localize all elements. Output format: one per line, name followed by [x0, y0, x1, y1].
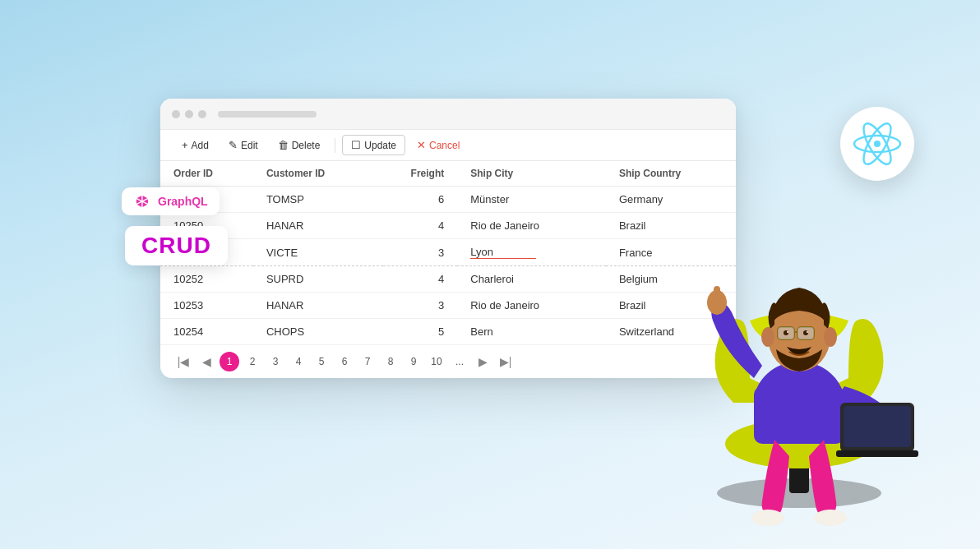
svg-point-35	[787, 331, 788, 333]
react-logo-circle	[840, 107, 914, 181]
page-last-button[interactable]: ▶|	[496, 352, 515, 371]
delete-icon: 🗑	[278, 139, 289, 151]
cell-order_id-4: 10253	[160, 293, 253, 319]
character-svg	[643, 148, 955, 542]
cell-ship_city-4: Rio de Janeiro	[457, 293, 606, 319]
graphql-logo-icon	[133, 192, 151, 210]
cell-order_id-5: 10254	[160, 319, 253, 345]
cell-customer_id-4: HANAR	[253, 293, 383, 319]
cell-freight-0: 6	[383, 187, 457, 213]
edit-label: Edit	[241, 140, 258, 151]
page-5-button[interactable]: 5	[312, 352, 331, 371]
svg-point-34	[803, 330, 808, 335]
svg-rect-19	[714, 286, 720, 304]
col-header-order-id: Order ID	[160, 161, 253, 187]
svg-point-36	[807, 331, 808, 333]
page-10-button[interactable]: 10	[427, 352, 446, 371]
page-1-button[interactable]: 1	[220, 352, 239, 371]
svg-point-33	[784, 330, 788, 335]
update-button[interactable]: ☐ Update	[342, 135, 405, 155]
page-9-button[interactable]: 9	[404, 352, 423, 371]
panel-topbar	[160, 99, 736, 130]
col-header-ship-city: Ship City	[457, 161, 606, 187]
cell-ship_city-0: Münster	[457, 187, 606, 213]
cell-ship_city-1: Rio de Janeiro	[457, 213, 606, 239]
cell-freight-3: 4	[383, 266, 457, 293]
cancel-button[interactable]: ✕ Cancel	[409, 136, 468, 155]
page-first-button[interactable]: |◀	[173, 352, 193, 371]
cell-freight-4: 3	[383, 293, 457, 319]
svg-rect-17	[754, 386, 844, 444]
page-prev-button[interactable]: ◀	[196, 352, 216, 371]
react-logo-icon	[853, 119, 902, 168]
topbar-dot-1	[172, 110, 180, 118]
cell-order_id-3: 10252	[160, 266, 253, 293]
page-4-button[interactable]: 4	[289, 352, 308, 371]
cell-customer_id-0: TOMSP	[253, 187, 383, 213]
cell-customer_id-5: CHOPS	[253, 319, 383, 345]
edit-input-ship_city-2[interactable]	[470, 246, 536, 259]
topbar-dot-2	[185, 110, 193, 118]
svg-point-12	[874, 141, 881, 147]
update-label: Update	[364, 140, 396, 151]
delete-label: Delete	[292, 140, 321, 151]
cell-ship_city-3: Charleroi	[457, 266, 606, 293]
url-bar	[218, 111, 317, 118]
topbar-dot-3	[198, 110, 206, 118]
cell-freight-5: 5	[383, 319, 457, 345]
svg-point-38	[824, 327, 837, 347]
svg-point-24	[751, 510, 784, 526]
cell-freight-2: 3	[383, 239, 457, 266]
toolbar-separator	[335, 138, 335, 153]
col-header-freight: Freight	[383, 161, 457, 187]
character-illustration	[643, 148, 955, 542]
svg-point-25	[814, 510, 847, 526]
add-button[interactable]: + Add	[173, 136, 217, 155]
update-icon: ☐	[351, 139, 361, 151]
page-3-button[interactable]: 3	[266, 352, 285, 371]
cancel-label: Cancel	[429, 140, 460, 151]
svg-rect-23	[836, 450, 918, 457]
page-next-button[interactable]: ▶	[473, 352, 492, 371]
crud-badge: CRUD	[125, 226, 228, 265]
page-6-button[interactable]: 6	[335, 352, 354, 371]
cell-customer_id-3: SUPRD	[253, 266, 383, 293]
cell-ship_city-2	[457, 239, 606, 266]
cell-ship_city-5: Bern	[457, 319, 606, 345]
edit-button[interactable]: ✎ Edit	[220, 136, 266, 155]
cell-freight-1: 4	[383, 213, 457, 239]
svg-rect-22	[844, 406, 911, 447]
page-8-button[interactable]: 8	[381, 352, 400, 371]
edit-icon: ✎	[229, 139, 238, 151]
page-2-button[interactable]: 2	[243, 352, 262, 371]
page-7-button[interactable]: 7	[358, 352, 377, 371]
add-icon: +	[182, 139, 188, 151]
graphql-badge-text: GraphQL	[158, 195, 208, 208]
col-header-customer-id: Customer ID	[253, 161, 383, 187]
crud-badge-text: CRUD	[141, 233, 211, 258]
svg-point-37	[761, 327, 774, 347]
graphql-badge: GraphQL	[122, 187, 220, 215]
page-ellipsis[interactable]: ...	[450, 352, 469, 371]
add-label: Add	[192, 140, 209, 151]
delete-button[interactable]: 🗑 Delete	[270, 136, 329, 155]
cell-customer_id-1: HANAR	[253, 213, 383, 239]
cell-customer_id-2: VICTE	[253, 239, 383, 266]
cancel-icon: ✕	[417, 139, 426, 151]
